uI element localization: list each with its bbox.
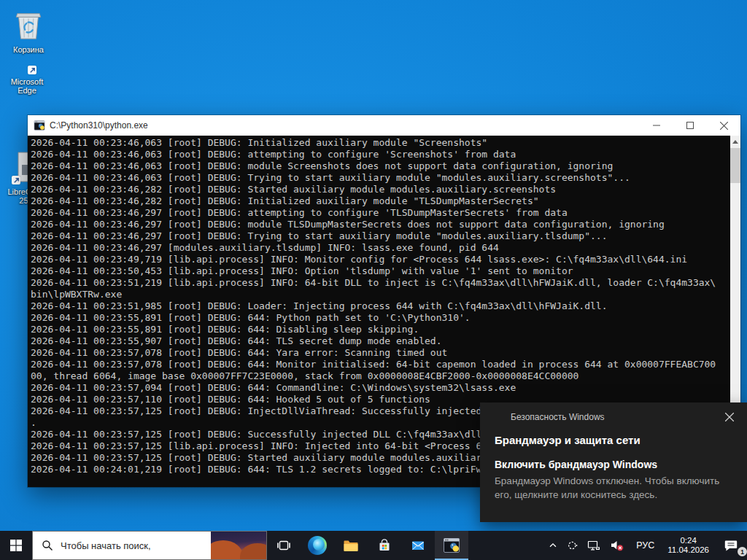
maximize-button[interactable] [673,115,707,136]
toast-title: Брандмауэр и защита сети [495,434,640,446]
system-tray: РУС 0:24 11.04.2026 1 [543,531,747,560]
task-view-button[interactable] [267,531,301,560]
recycle-bin-icon [12,8,45,43]
start-button[interactable] [0,531,32,560]
toast-body: Брандмауэр Windows отключен. Чтобы включ… [495,474,729,502]
notification-count-badge: 1 [738,547,747,556]
python-console-icon [443,537,460,554]
python-console-icon [34,120,45,131]
desktop-icon-recycle-bin[interactable]: Корзина [1,8,56,54]
language-indicator[interactable]: РУС [629,531,662,560]
volume-muted-icon [609,539,624,552]
minimize-button[interactable] [640,115,673,136]
desktop-wallpaper: Корзина Microsoft Edge [0,0,747,560]
windows-logo-icon [10,540,22,551]
search-icon [42,540,53,551]
file-explorer-icon [343,538,359,553]
shortcut-arrow-icon [28,66,36,74]
close-button[interactable] [707,115,740,136]
edge-label: Microsoft Edge [11,77,44,95]
taskbar-explorer-button[interactable] [334,531,368,560]
clock-date: 11.04.2026 [667,545,709,555]
scroll-up-icon[interactable] [730,136,740,147]
toast-subtitle: Включить брандмауэр Windows [495,459,657,470]
search-highlight-image[interactable] [211,532,266,559]
volume-tray-button[interactable] [605,531,629,560]
tray-expand-button[interactable] [543,531,562,560]
mail-icon [411,538,425,553]
desktop-icon-edge[interactable]: Microsoft Edge [0,75,55,95]
dashed-circle-icon [567,540,578,551]
notification-toast[interactable]: Безопасность Windows Брандмауэр и защита… [480,402,747,522]
tray-app-button[interactable] [562,531,583,560]
edge-icon [308,536,327,555]
taskbar-search-box[interactable] [32,531,267,560]
microsoft-store-icon [377,538,392,553]
network-icon [587,540,600,551]
taskbar-clock[interactable]: 0:24 11.04.2026 [662,531,715,560]
taskbar: РУС 0:24 11.04.2026 1 [0,531,747,560]
taskbar-python-console-button[interactable] [435,531,468,560]
action-center-button[interactable]: 1 [715,531,747,560]
taskbar-edge-button[interactable] [301,531,334,560]
task-view-icon [276,538,291,553]
taskbar-store-button[interactable] [368,531,401,560]
search-input[interactable] [59,540,211,552]
scrollbar-thumb[interactable] [730,148,740,183]
action-center-icon [724,539,738,552]
console-titlebar[interactable]: C:\Python310\python.exe [28,115,740,136]
recycle-bin-label: Корзина [13,45,44,54]
shortcut-arrow-icon [12,176,20,184]
chevron-up-icon [548,540,558,551]
toast-app-name: Безопасность Windows [511,412,605,422]
window-title: C:\Python310\python.exe [50,120,640,131]
toast-close-icon[interactable] [724,411,735,423]
clock-time: 0:24 [667,536,709,545]
network-tray-button[interactable] [583,531,605,560]
taskbar-mail-button[interactable] [401,531,435,560]
